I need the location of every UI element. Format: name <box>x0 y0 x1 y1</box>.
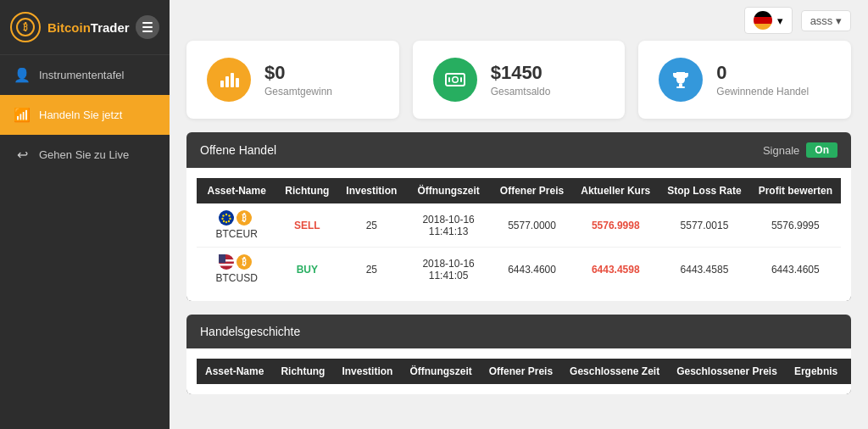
col-investition: Investition <box>337 178 405 203</box>
open-trades-table-wrapper: Asset-Name Richtung Investition Öffnungs… <box>186 168 851 301</box>
trade-history-section: Handelsgeschichte Asset-Name Richtung In… <box>186 315 851 394</box>
open-trades-section: Offene Handel Signale On Asset-Name Rich… <box>186 132 851 301</box>
sidebar-nav: 👤 Instrumententafel 📶 Handeln Sie jetzt … <box>0 55 170 429</box>
signale-control: Signale On <box>763 142 837 158</box>
toggle-on[interactable]: On <box>806 142 837 158</box>
stat-card-gesamtsaldo: $1450 Gesamtsaldo <box>413 41 626 119</box>
main-content: ▾ asss ▾ $0 Gesamtgewinn <box>170 0 868 429</box>
person-icon: 👤 <box>14 67 31 83</box>
user-menu-button[interactable]: asss ▾ <box>801 10 851 31</box>
logo-text: BitcoinTrader <box>47 20 130 35</box>
open-trades-header-row: Asset-Name Richtung Investition Öffnungs… <box>197 178 841 203</box>
svg-point-8 <box>453 78 457 82</box>
open-trades-tbody: ₿ BTCEURSELL252018-10-16 11:41:135577.00… <box>197 203 841 291</box>
asset-name: BTCEUR <box>215 228 257 240</box>
logo-icon: ₿ <box>10 12 41 42</box>
trade-history-thead: Asset-Name Richtung Investition Öffnungs… <box>197 359 851 384</box>
stat-info-gewinnende: 0 Gewinnende Handel <box>716 62 809 98</box>
trade-history-table: Asset-Name Richtung Investition Öffnungs… <box>197 359 851 384</box>
german-flag <box>754 11 772 30</box>
stat-card-gesamtgewinn: $0 Gesamtgewinn <box>186 41 399 119</box>
col-stop-loss-rate: Stop Loss Rate <box>659 178 749 203</box>
stop-loss-cell: 5577.0015 <box>659 203 749 248</box>
stat-info-gesamtsaldo: $1450 Gesamtsaldo <box>491 62 551 98</box>
svg-rect-3 <box>225 76 229 87</box>
stat-card-gewinnende-handel: 0 Gewinnende Handel <box>638 41 851 119</box>
col-richtung: Richtung <box>276 178 337 203</box>
svg-point-21 <box>222 214 224 216</box>
aktueller-kurs-cell: 6443.4598 <box>572 248 659 292</box>
svg-text:₿: ₿ <box>242 213 247 223</box>
svg-point-19 <box>222 220 224 222</box>
dropdown-arrow-flag: ▾ <box>777 14 783 27</box>
svg-point-18 <box>225 221 226 223</box>
menu-button[interactable] <box>136 15 159 39</box>
sidebar-item-handeln-jetzt[interactable]: 📶 Handeln Sie jetzt <box>0 95 170 135</box>
sidebar-item-gehen-live[interactable]: ↩ Gehen Sie zu Live <box>0 135 170 175</box>
sidebar-logo: ₿ BitcoinTrader <box>0 0 170 55</box>
trade-history-header-row: Asset-Name Richtung Investition Öffnungs… <box>197 359 851 384</box>
open-trades-thead: Asset-Name Richtung Investition Öffnungs… <box>197 178 841 203</box>
table-row: ₿ BTCUSDBUY252018-10-16 11:41:056443.460… <box>197 248 841 292</box>
svg-rect-11 <box>679 84 682 86</box>
trade-history-title: Handelsgeschichte <box>200 325 300 338</box>
svg-text:₿: ₿ <box>23 22 28 32</box>
svg-point-14 <box>225 214 226 215</box>
trophy-icon <box>659 58 703 102</box>
hist-col-oeffnungszeit: Öffnungszeit <box>401 359 480 384</box>
hist-col-status: Status <box>846 359 851 384</box>
chart-icon <box>207 58 251 102</box>
offener-preis-cell: 6443.4600 <box>492 248 572 292</box>
open-trades-table: Asset-Name Richtung Investition Öffnungs… <box>197 178 841 291</box>
oeffnungszeit-cell: 2018-10-16 11:41:13 <box>405 203 492 248</box>
stats-row: $0 Gesamtgewinn $1450 Gesamtsaldo <box>170 41 868 132</box>
hist-col-asset: Asset-Name <box>197 359 272 384</box>
aktueller-kurs-cell: 5576.9998 <box>572 203 659 248</box>
hist-col-offener-preis: Offener Preis <box>481 359 561 384</box>
svg-rect-4 <box>231 73 234 87</box>
investition-cell: 25 <box>337 203 405 248</box>
dropdown-arrow-user: ▾ <box>836 14 842 27</box>
direction-cell: BUY <box>276 248 337 292</box>
wifi-icon: 📶 <box>14 107 31 123</box>
open-trades-header: Offene Handel Signale On <box>186 132 851 168</box>
trade-history-table-wrapper: Asset-Name Richtung Investition Öffnungs… <box>186 348 851 394</box>
svg-rect-12 <box>676 86 685 88</box>
open-trades-title: Offene Handel <box>200 143 276 157</box>
table-row: ₿ BTCEURSELL252018-10-16 11:41:135577.00… <box>197 203 841 248</box>
direction-cell: SELL <box>276 203 337 248</box>
money-icon <box>433 58 477 102</box>
col-aktueller-kurs: Aktueller Kurs <box>572 178 659 203</box>
svg-point-17 <box>227 220 229 222</box>
svg-rect-2 <box>220 81 224 87</box>
asset-name: BTCUSD <box>215 272 257 284</box>
asset-cell: ₿ BTCUSD <box>197 248 276 292</box>
oeffnungszeit-cell: 2018-10-16 11:41:05 <box>405 248 492 292</box>
svg-rect-9 <box>448 77 450 82</box>
svg-rect-10 <box>460 77 462 82</box>
asset-cell: ₿ BTCEUR <box>197 203 276 248</box>
hist-col-geschlossene-zeit: Geschlossene Zeit <box>561 359 668 384</box>
svg-point-15 <box>228 214 230 216</box>
col-profit-bewerten: Profit bewerten <box>750 178 841 203</box>
stop-loss-cell: 6443.4585 <box>659 248 749 292</box>
profit-cell: 5576.9995 <box>750 203 841 248</box>
hist-col-geschlossener-preis: Geschlossener Preis <box>668 359 786 384</box>
svg-rect-27 <box>219 254 225 263</box>
col-asset-name: Asset-Name <box>197 178 276 203</box>
arrow-icon: ↩ <box>14 147 31 163</box>
svg-point-16 <box>229 218 231 220</box>
language-selector[interactable]: ▾ <box>744 7 793 34</box>
investition-cell: 25 <box>337 248 405 292</box>
svg-rect-5 <box>236 78 239 87</box>
svg-point-20 <box>221 218 223 220</box>
trade-history-header: Handelsgeschichte <box>186 315 851 348</box>
offener-preis-cell: 5577.0000 <box>492 203 572 248</box>
signale-label: Signale <box>763 144 799 157</box>
sidebar-item-instrumententafel[interactable]: 👤 Instrumententafel <box>0 55 170 95</box>
svg-rect-26 <box>219 264 234 266</box>
topbar: ▾ asss ▾ <box>170 0 868 41</box>
hist-col-richtung: Richtung <box>272 359 333 384</box>
sidebar: ₿ BitcoinTrader 👤 Instrumententafel 📶 Ha… <box>0 0 170 429</box>
profit-cell: 6443.4605 <box>750 248 841 292</box>
